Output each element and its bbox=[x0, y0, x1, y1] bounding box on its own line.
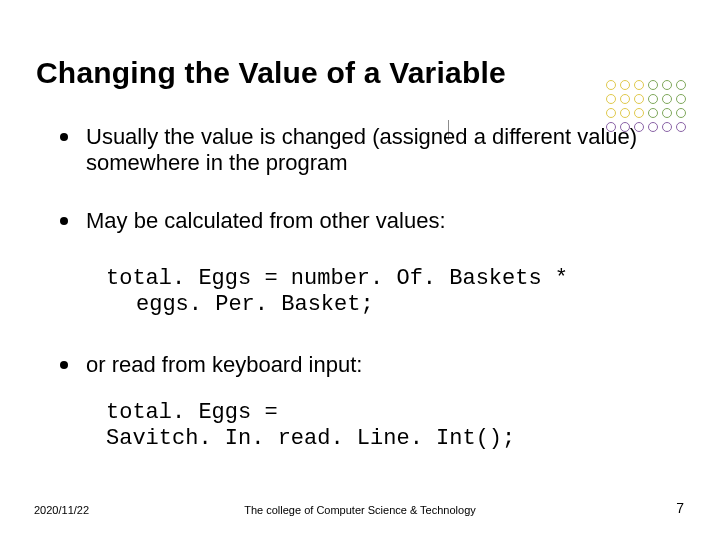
footer-institution: The college of Computer Science & Techno… bbox=[244, 504, 476, 516]
bullet-text: Usually the value is changed (assigned a… bbox=[86, 124, 684, 176]
dot-icon bbox=[648, 80, 658, 90]
dot-icon bbox=[676, 122, 686, 132]
bullet-text: May be calculated from other values: bbox=[86, 208, 446, 234]
dot-icon bbox=[606, 108, 616, 118]
dot-icon bbox=[606, 122, 616, 132]
dot-icon bbox=[648, 94, 658, 104]
dot-icon bbox=[634, 80, 644, 90]
dot-icon bbox=[662, 80, 672, 90]
dot-icon bbox=[634, 122, 644, 132]
code-line: total. Eggs = bbox=[106, 400, 684, 426]
dot-icon bbox=[620, 122, 630, 132]
dot-icon bbox=[620, 80, 630, 90]
code-line: Savitch. In. read. Line. Int(); bbox=[106, 426, 684, 452]
dot-icon bbox=[676, 108, 686, 118]
title-tick-mark bbox=[448, 120, 449, 140]
decorative-dot-grid bbox=[606, 80, 686, 132]
footer-date: 2020/11/22 bbox=[34, 504, 89, 516]
code-block-2: total. Eggs = Savitch. In. read. Line. I… bbox=[106, 400, 684, 452]
bullet-icon bbox=[60, 133, 68, 141]
code-line: total. Eggs = number. Of. Baskets * bbox=[106, 266, 684, 292]
code-block-1: total. Eggs = number. Of. Baskets * eggs… bbox=[106, 266, 684, 318]
dot-icon bbox=[620, 108, 630, 118]
dot-icon bbox=[606, 94, 616, 104]
bullet-item: May be calculated from other values: bbox=[60, 208, 684, 234]
dot-icon bbox=[648, 108, 658, 118]
bullet-item: Usually the value is changed (assigned a… bbox=[60, 124, 684, 176]
dot-icon bbox=[634, 108, 644, 118]
footer-page-number: 7 bbox=[676, 500, 684, 516]
dot-icon bbox=[606, 80, 616, 90]
slide-title: Changing the Value of a Variable bbox=[36, 56, 684, 90]
dot-icon bbox=[662, 94, 672, 104]
dot-icon bbox=[676, 94, 686, 104]
slide: Changing the Value of a Variable Usually… bbox=[0, 0, 720, 540]
dot-icon bbox=[648, 122, 658, 132]
bullet-text: or read from keyboard input: bbox=[86, 352, 362, 378]
dot-icon bbox=[620, 94, 630, 104]
bullet-icon bbox=[60, 361, 68, 369]
dot-icon bbox=[662, 108, 672, 118]
bullet-item: or read from keyboard input: bbox=[60, 352, 684, 378]
code-line: eggs. Per. Basket; bbox=[106, 292, 374, 318]
dot-icon bbox=[662, 122, 672, 132]
slide-body: Usually the value is changed (assigned a… bbox=[36, 124, 684, 452]
bullet-icon bbox=[60, 217, 68, 225]
dot-icon bbox=[676, 80, 686, 90]
dot-icon bbox=[634, 94, 644, 104]
